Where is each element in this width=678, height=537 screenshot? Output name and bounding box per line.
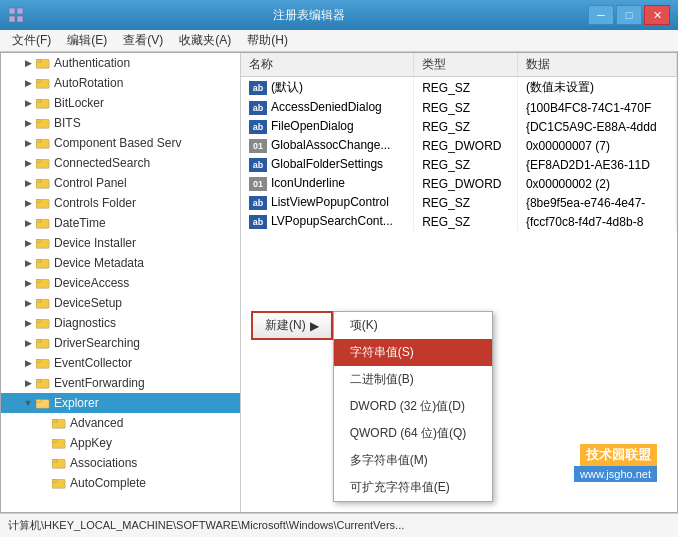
tree-item-label: Device Metadata xyxy=(54,256,144,270)
menubar-item[interactable]: 收藏夹(A) xyxy=(171,30,239,51)
tree-item[interactable]: Associations xyxy=(1,453,240,473)
folder-icon xyxy=(35,55,51,71)
reg-name: 01IconUnderline xyxy=(241,174,414,193)
tree-item-label: DeviceSetup xyxy=(54,296,122,310)
table-row[interactable]: abGlobalFolderSettingsREG_SZ{EF8AD2D1-AE… xyxy=(241,155,677,174)
tree-expander: ▶ xyxy=(21,336,35,350)
svg-rect-13 xyxy=(36,140,41,143)
tree-item[interactable]: ▶ ConnectedSearch xyxy=(1,153,240,173)
svg-rect-19 xyxy=(36,200,41,203)
tree-item-label: Device Installer xyxy=(54,236,136,250)
reg-name: ab(默认) xyxy=(241,77,414,99)
submenu-item[interactable]: 多字符串值(M) xyxy=(334,447,492,474)
tree-item-label: Advanced xyxy=(70,416,123,430)
menubar-item[interactable]: 查看(V) xyxy=(115,30,171,51)
tree-item[interactable]: ▶ Controls Folder xyxy=(1,193,240,213)
tree-item[interactable]: ▶ BitLocker xyxy=(1,93,240,113)
close-button[interactable]: ✕ xyxy=(644,5,670,25)
tree-item[interactable]: AutoComplete xyxy=(1,473,240,493)
submenu-item[interactable]: 可扩充字符串值(E) xyxy=(334,474,492,501)
svg-rect-1 xyxy=(17,8,23,14)
svg-rect-9 xyxy=(36,100,41,103)
tree-item[interactable]: AppKey xyxy=(1,433,240,453)
svg-rect-37 xyxy=(36,380,41,383)
reg-type: REG_SZ xyxy=(414,193,518,212)
folder-icon xyxy=(35,335,51,351)
tree-item-label: EventForwarding xyxy=(54,376,145,390)
tree-item-label: DriverSearching xyxy=(54,336,140,350)
tree-item[interactable]: ▶ Control Panel xyxy=(1,173,240,193)
svg-rect-47 xyxy=(52,480,57,483)
tree-item[interactable]: ▶ DeviceAccess xyxy=(1,273,240,293)
tree-item[interactable]: ▶ Device Metadata xyxy=(1,253,240,273)
menubar-item[interactable]: 编辑(E) xyxy=(59,30,115,51)
reg-type: REG_SZ xyxy=(414,117,518,136)
tree-item[interactable]: ▶ BITS xyxy=(1,113,240,133)
reg-data: {DC1C5A9C-E88A-4ddd xyxy=(517,117,676,136)
reg-data: {100B4FC8-74C1-470F xyxy=(517,98,676,117)
minimize-button[interactable]: ─ xyxy=(588,5,614,25)
col-name: 名称 xyxy=(241,53,414,77)
tree-item-label: Controls Folder xyxy=(54,196,136,210)
svg-rect-3 xyxy=(17,16,23,22)
folder-icon xyxy=(35,355,51,371)
ab-icon: ab xyxy=(249,158,267,172)
main-container: ▶ Authentication▶ AutoRotation▶ BitLocke… xyxy=(0,52,678,513)
svg-rect-43 xyxy=(52,440,57,443)
col-type: 类型 xyxy=(414,53,518,77)
folder-icon xyxy=(35,235,51,251)
tree-expander xyxy=(37,476,51,490)
reg-type: REG_DWORD xyxy=(414,136,518,155)
svg-rect-27 xyxy=(36,280,41,283)
table-row[interactable]: abLVPopupSearchCont...REG_SZ{fccf70c8-f4… xyxy=(241,212,677,231)
tree-item[interactable]: ▶ Component Based Serv xyxy=(1,133,240,153)
tree-item[interactable]: ▶ AutoRotation xyxy=(1,73,240,93)
tree-expander: ▶ xyxy=(21,156,35,170)
tree-item[interactable]: ▼ Explorer xyxy=(1,393,240,413)
svg-rect-41 xyxy=(52,420,57,423)
table-row[interactable]: abFileOpenDialogREG_SZ{DC1C5A9C-E88A-4dd… xyxy=(241,117,677,136)
tree-item[interactable]: ▶ EventCollector xyxy=(1,353,240,373)
menubar-item[interactable]: 帮助(H) xyxy=(239,30,296,51)
table-row[interactable]: ab(默认)REG_SZ(数值未设置) xyxy=(241,77,677,99)
folder-icon xyxy=(35,295,51,311)
maximize-button[interactable]: □ xyxy=(616,5,642,25)
tree-item[interactable]: ▶ EventForwarding xyxy=(1,373,240,393)
submenu-item[interactable]: 二进制值(B) xyxy=(334,366,492,393)
tree-item[interactable]: ▶ DateTime xyxy=(1,213,240,233)
tree-item-label: Diagnostics xyxy=(54,316,116,330)
folder-icon xyxy=(35,175,51,191)
submenu-item[interactable]: DWORD (32 位)值(D) xyxy=(334,393,492,420)
table-row[interactable]: abAccessDeniedDialogREG_SZ{100B4FC8-74C1… xyxy=(241,98,677,117)
tree-expander: ▶ xyxy=(21,256,35,270)
tree-item-label: AutoComplete xyxy=(70,476,146,490)
submenu-item[interactable]: 字符串值(S) xyxy=(334,339,492,366)
tree-item[interactable]: ▶ DeviceSetup xyxy=(1,293,240,313)
tree-item[interactable]: Advanced xyxy=(1,413,240,433)
dword-icon: 01 xyxy=(249,177,267,191)
svg-rect-31 xyxy=(36,320,41,323)
app-icon xyxy=(8,7,24,23)
submenu: 项(K)字符串值(S)二进制值(B)DWORD (32 位)值(D)QWORD … xyxy=(333,311,493,502)
folder-icon xyxy=(51,435,67,451)
tree-item[interactable]: ▶ Diagnostics xyxy=(1,313,240,333)
new-button[interactable]: 新建(N) ▶ xyxy=(251,311,333,340)
tree-item[interactable]: ▶ DriverSearching xyxy=(1,333,240,353)
tree-expander: ▶ xyxy=(21,196,35,210)
table-row[interactable]: 01IconUnderlineREG_DWORD0x00000002 (2) xyxy=(241,174,677,193)
tree-item[interactable]: ▶ Authentication xyxy=(1,53,240,73)
svg-rect-39 xyxy=(36,400,41,403)
table-row[interactable]: 01GlobalAssocChange...REG_DWORD0x0000000… xyxy=(241,136,677,155)
menubar-item[interactable]: 文件(F) xyxy=(4,30,59,51)
svg-rect-25 xyxy=(36,260,41,263)
submenu-item[interactable]: 项(K) xyxy=(334,312,492,339)
table-row[interactable]: abListViewPopupControlREG_SZ{8be9f5ea-e7… xyxy=(241,193,677,212)
ab-icon: ab xyxy=(249,120,267,134)
tree-expander: ▶ xyxy=(21,316,35,330)
tree-item-label: Authentication xyxy=(54,56,130,70)
tree-panel[interactable]: ▶ Authentication▶ AutoRotation▶ BitLocke… xyxy=(1,53,241,512)
folder-icon xyxy=(35,195,51,211)
submenu-item[interactable]: QWORD (64 位)值(Q) xyxy=(334,420,492,447)
tree-expander: ▶ xyxy=(21,176,35,190)
tree-item[interactable]: ▶ Device Installer xyxy=(1,233,240,253)
